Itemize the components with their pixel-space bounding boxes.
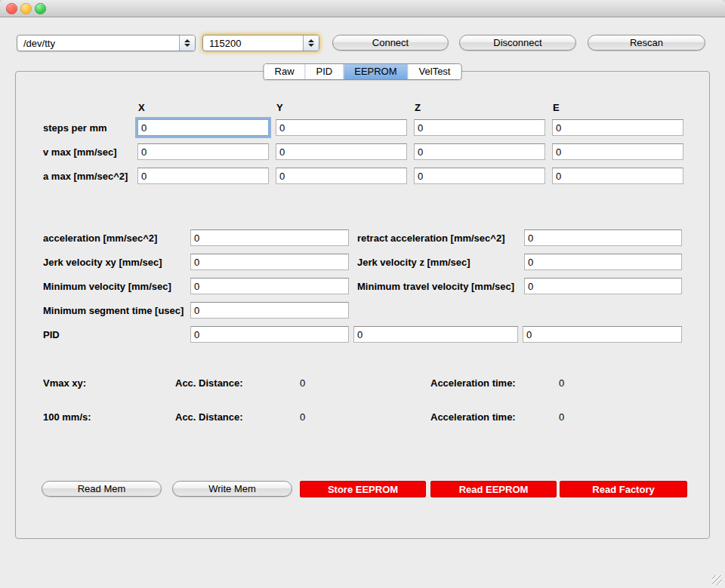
a-max-z-field[interactable] bbox=[414, 168, 545, 184]
column-header-z: Z bbox=[415, 102, 421, 113]
stepper-arrows-icon bbox=[179, 35, 195, 51]
tab-veltest[interactable]: VelTest bbox=[409, 64, 461, 79]
acceleration-label: acceleration [mm/sec^2] bbox=[43, 232, 157, 244]
steps-per-mm-y-field[interactable] bbox=[276, 119, 407, 136]
minimum-velocity-label: Minimum velocity [mm/sec] bbox=[43, 281, 171, 292]
resize-grip[interactable] bbox=[712, 575, 722, 585]
disconnect-button[interactable]: Disconnect bbox=[459, 35, 576, 51]
acc-distance-value-2: 0 bbox=[300, 411, 305, 423]
store-eeprom-button[interactable]: Store EEPROM bbox=[300, 481, 426, 497]
stepper-arrows-icon bbox=[303, 35, 319, 51]
pid-label: PID bbox=[43, 329, 60, 340]
minimum-velocity-field[interactable] bbox=[190, 278, 349, 294]
jerk-velocity-xy-field[interactable] bbox=[190, 254, 349, 270]
close-button[interactable] bbox=[6, 3, 17, 14]
acceleration-time-label-2: Acceleration time: bbox=[430, 411, 516, 423]
acceleration-time-value-1: 0 bbox=[559, 377, 564, 389]
pid-field-2[interactable] bbox=[353, 326, 518, 343]
steps-per-mm-label: steps per mm bbox=[43, 122, 107, 134]
a-max-x-field[interactable] bbox=[137, 168, 269, 184]
a-max-label: a max [mm/sec^2] bbox=[43, 171, 128, 182]
serial-port-select[interactable]: /dev/tty bbox=[17, 35, 196, 51]
baud-rate-value: 115200 bbox=[203, 38, 303, 49]
minimum-travel-velocity-field[interactable] bbox=[524, 278, 682, 294]
serial-port-value: /dev/tty bbox=[17, 38, 179, 49]
hundred-mms-label: 100 mm/s: bbox=[43, 411, 91, 423]
minimum-segment-time-label: Minimum segment time [usec] bbox=[43, 305, 184, 316]
tab-raw[interactable]: Raw bbox=[264, 64, 306, 79]
title-bar[interactable] bbox=[0, 0, 725, 17]
tab-eeprom[interactable]: EEPROM bbox=[344, 64, 408, 79]
write-mem-button[interactable]: Write Mem bbox=[172, 481, 292, 497]
minimum-segment-time-field[interactable] bbox=[190, 302, 349, 319]
connect-button[interactable]: Connect bbox=[332, 35, 449, 51]
minimum-travel-velocity-label: Minimum travel velocity [mm/sec] bbox=[357, 281, 514, 292]
column-header-e: E bbox=[553, 102, 560, 113]
baud-rate-select[interactable]: 115200 bbox=[202, 35, 319, 51]
v-max-z-field[interactable] bbox=[414, 143, 545, 160]
column-header-x: X bbox=[138, 102, 145, 113]
jerk-velocity-z-field[interactable] bbox=[524, 254, 682, 270]
acc-distance-label-2: Acc. Distance: bbox=[175, 411, 243, 423]
read-eeprom-button[interactable]: Read EEPROM bbox=[430, 481, 557, 497]
v-max-label: v max [mm/sec] bbox=[43, 146, 117, 158]
read-factory-button[interactable]: Read Factory bbox=[560, 481, 687, 497]
zoom-button[interactable] bbox=[35, 3, 46, 14]
rescan-button[interactable]: Rescan bbox=[588, 35, 705, 51]
pid-field-1[interactable] bbox=[190, 326, 349, 343]
jerk-velocity-xy-label: Jerk velocity xy [mm/sec] bbox=[43, 257, 162, 268]
pid-field-3[interactable] bbox=[523, 326, 682, 343]
tab-pid[interactable]: PID bbox=[306, 64, 344, 79]
v-max-e-field[interactable] bbox=[552, 143, 683, 160]
acceleration-field[interactable] bbox=[190, 229, 349, 246]
steps-per-mm-x-field[interactable] bbox=[137, 119, 269, 136]
jerk-velocity-z-label: Jerk velocity z [mm/sec] bbox=[357, 257, 470, 268]
acceleration-time-label-1: Acceleration time: bbox=[430, 377, 516, 389]
vmax-xy-label: Vmax xy: bbox=[43, 377, 86, 389]
retract-acceleration-label: retract acceleration [mm/sec^2] bbox=[357, 232, 504, 244]
column-header-y: Y bbox=[276, 102, 283, 113]
v-max-x-field[interactable] bbox=[137, 143, 269, 160]
a-max-e-field[interactable] bbox=[552, 168, 683, 184]
steps-per-mm-e-field[interactable] bbox=[552, 119, 683, 136]
minimize-button[interactable] bbox=[20, 3, 32, 14]
acc-distance-label-1: Acc. Distance: bbox=[175, 377, 243, 389]
acceleration-time-value-2: 0 bbox=[559, 411, 564, 423]
v-max-y-field[interactable] bbox=[276, 143, 407, 160]
steps-per-mm-z-field[interactable] bbox=[414, 119, 545, 136]
a-max-y-field[interactable] bbox=[276, 168, 407, 184]
retract-acceleration-field[interactable] bbox=[524, 229, 682, 246]
tab-bar: Raw PID EEPROM VelTest bbox=[264, 63, 462, 80]
read-mem-button[interactable]: Read Mem bbox=[42, 481, 162, 497]
acc-distance-value-1: 0 bbox=[300, 377, 305, 389]
app-window: /dev/tty 115200 Connect Disconnect Resca… bbox=[0, 0, 725, 588]
